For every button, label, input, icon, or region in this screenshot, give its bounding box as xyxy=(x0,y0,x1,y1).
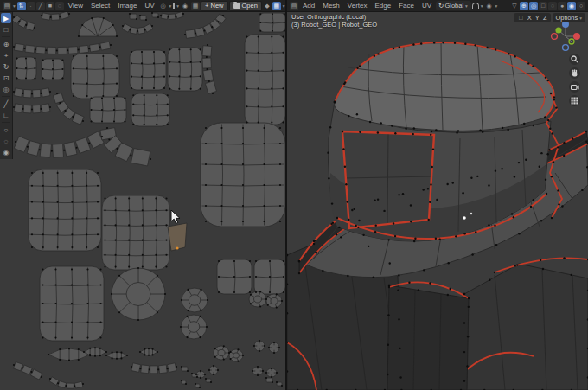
proportional-edit-icon[interactable]: ◉ xyxy=(181,2,189,10)
uv-menu-view[interactable]: View xyxy=(65,2,86,10)
view-name-text: User Orthographic (Local) xyxy=(291,13,377,21)
tool-transform-icon[interactable]: ◎ xyxy=(1,84,11,94)
tool-tweak-icon[interactable]: ▶ xyxy=(1,13,11,23)
tool-move-icon[interactable]: + xyxy=(1,50,11,61)
display-channels-icon[interactable]: ▦ xyxy=(272,2,281,10)
mouse-cursor xyxy=(170,210,182,226)
uv-canvas[interactable] xyxy=(0,0,285,390)
proportional-edit-icon[interactable]: ◉ xyxy=(485,2,494,10)
pivot-point-icon[interactable]: ◎ xyxy=(159,2,168,10)
chevron-down-icon: ▾ xyxy=(176,3,179,9)
tool-annotate-icon[interactable]: ╱ xyxy=(1,99,11,109)
mirror-z-button[interactable]: Z xyxy=(541,14,548,22)
tool-measure-icon[interactable]: ∟ xyxy=(1,110,11,120)
mirror-options-row: □ X Y Z Options ▾ xyxy=(514,13,585,22)
chevron-down-icon: ▾ xyxy=(579,16,582,21)
snap-magnet-icon[interactable] xyxy=(472,3,479,9)
sticky-select-icon[interactable]: ◌ xyxy=(55,2,64,10)
gizmo-x-neg-axis xyxy=(552,34,558,40)
camera-view-button[interactable] xyxy=(569,81,580,93)
chevron-down-icon: ▾ xyxy=(495,3,498,9)
perspective-toggle-button[interactable] xyxy=(569,95,580,106)
mirror-icon: □ xyxy=(516,14,525,22)
uv-menu-image[interactable]: Image xyxy=(114,2,140,10)
zoom-button[interactable] xyxy=(569,54,580,65)
new-image-button[interactable]: + New xyxy=(201,1,227,11)
viewport-canvas[interactable] xyxy=(287,0,588,390)
vp-menu-mesh[interactable]: Mesh xyxy=(319,2,343,10)
chevron-down-icon: ▾ xyxy=(481,3,483,9)
options-dropdown[interactable]: Options ▾ xyxy=(553,13,585,22)
vp-menu-add[interactable]: Add xyxy=(299,2,318,10)
vertex-select-mode-icon[interactable]: ∙ xyxy=(27,2,35,10)
chevron-down-icon: ▾ xyxy=(169,3,172,9)
uv-toolbar: ▶□⊕+↻⊡◎╱∟○◌◉ xyxy=(0,11,13,159)
open-image-button[interactable]: Open xyxy=(229,1,262,11)
folder-icon xyxy=(233,3,240,9)
tool-relax-icon[interactable]: ◌ xyxy=(1,136,11,146)
tool-rotate-icon[interactable]: ↻ xyxy=(1,61,11,72)
snap-magnet-icon[interactable] xyxy=(173,3,175,9)
face-select-mode-icon[interactable]: ■ xyxy=(46,2,54,10)
viewport-header: ▤ Add Mesh Vertex Edge Face UV ↻ Global … xyxy=(287,0,588,12)
uv-menu-select[interactable]: Select xyxy=(87,2,113,10)
uv-editor: ▤ ▾ ⇅ ∙ ╱ ■ ◌ View Select Image UV ◎ ▾ ▾… xyxy=(0,0,285,390)
editor-divider[interactable] xyxy=(285,0,287,390)
navigation-gizmo[interactable] xyxy=(548,19,583,54)
pan-hand-button[interactable] xyxy=(569,67,580,79)
mirror-y-button[interactable]: Y xyxy=(534,14,540,22)
tool-select-box-icon[interactable]: □ xyxy=(1,24,11,35)
tool-pinch-icon[interactable]: ◉ xyxy=(1,147,11,157)
transform-orientation-dropdown[interactable]: ↻ Global ▾ xyxy=(436,1,471,10)
chevron-down-icon: ▾ xyxy=(465,3,468,9)
browse-image-icon[interactable]: ▦ xyxy=(191,2,200,10)
shading-solid-icon[interactable]: ● xyxy=(558,2,566,10)
viewport-3d: ▤ Add Mesh Vertex Edge Face UV ↻ Global … xyxy=(287,0,588,390)
chevron-down-icon: ▾ xyxy=(13,3,16,9)
uv-header: ▤ ▾ ⇅ ∙ ╱ ■ ◌ View Select Image UV ◎ ▾ ▾… xyxy=(0,0,285,12)
editor-type-icon[interactable]: ▤ xyxy=(3,2,11,10)
blender-window: ▤ ▾ ⇅ ∙ ╱ ■ ◌ View Select Image UV ◎ ▾ ▾… xyxy=(0,0,588,390)
tool-scale-icon[interactable]: ⊡ xyxy=(1,73,11,83)
gizmo-x-axis xyxy=(573,33,580,40)
uv-sync-select-icon[interactable]: ⇅ xyxy=(17,2,26,10)
shading-rendered-icon[interactable]: ○ xyxy=(577,2,585,10)
tool-cursor-icon[interactable]: ⊕ xyxy=(1,39,11,49)
filter-icon[interactable]: ▽ xyxy=(510,2,519,10)
shading-material-icon[interactable]: ◉ xyxy=(567,2,576,10)
gizmo-z-neg-axis xyxy=(563,45,569,51)
uv-menu-uv[interactable]: UV xyxy=(141,2,157,10)
viewport-overlay-text: User Orthographic (Local) (3) Robot_GEO … xyxy=(291,13,377,29)
mirror-toggle-group: □ X Y Z xyxy=(514,13,551,22)
active-object-text: (3) Robot_GEO | Robot_GEO xyxy=(291,21,377,29)
vp-menu-edge[interactable]: Edge xyxy=(371,2,394,10)
orientation-icon: ↻ xyxy=(438,2,444,10)
edge-select-mode-icon[interactable]: ╱ xyxy=(36,2,45,10)
editor-type-icon[interactable]: ▤ xyxy=(290,2,298,10)
shading-wireframe-icon[interactable]: ◌ xyxy=(548,2,557,10)
mirror-x-button[interactable]: X xyxy=(526,14,533,22)
overlays-icon[interactable]: ◎ xyxy=(529,2,538,10)
vp-menu-vertex[interactable]: Vertex xyxy=(344,2,371,10)
vp-menu-face[interactable]: Face xyxy=(395,2,418,10)
tool-grab-icon[interactable]: ○ xyxy=(1,125,11,135)
pin-icon[interactable]: ◆ xyxy=(263,2,272,10)
xray-toggle-icon[interactable]: □ xyxy=(539,2,547,10)
plus-icon: + xyxy=(205,2,208,10)
vp-menu-uv[interactable]: UV xyxy=(419,2,435,10)
viewport-nav-buttons xyxy=(569,54,580,106)
gizmo-y-axis xyxy=(555,27,561,33)
show-gizmo-icon[interactable]: ⊕ xyxy=(520,2,528,10)
